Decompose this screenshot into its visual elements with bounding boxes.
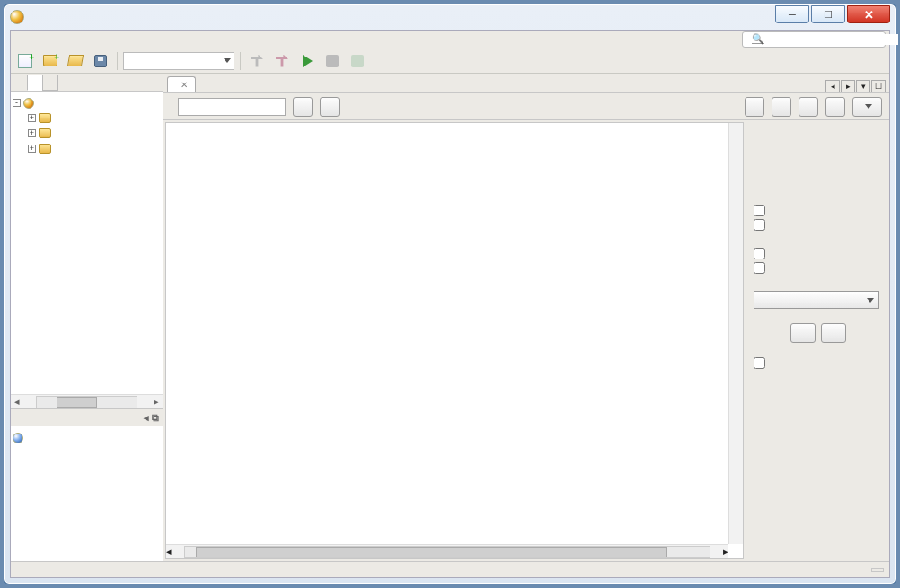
expand-toggle[interactable]: - <box>13 99 21 107</box>
config-combo[interactable] <box>123 52 234 70</box>
network-graph[interactable] <box>166 123 436 258</box>
show-activation-checkbox[interactable] <box>754 205 882 216</box>
hammer-broom-icon <box>276 55 288 67</box>
new-file-icon <box>18 54 32 68</box>
tree-node-test-sets[interactable]: + <box>13 141 161 156</box>
canvas-vscrollbar[interactable] <box>728 123 743 544</box>
save-all-button[interactable] <box>90 51 111 71</box>
menu-run[interactable] <box>52 38 63 41</box>
canvas-hscrollbar[interactable]: ◂▸ <box>166 544 728 558</box>
folder-icon <box>39 113 51 123</box>
editor-area: ✕ ◂ ▸ ▾ ☐ <box>163 74 889 561</box>
menu-file[interactable] <box>14 38 25 41</box>
play-icon <box>303 55 313 67</box>
navigator-header[interactable]: ◂ ⧉ <box>11 408 163 426</box>
new-project-button[interactable] <box>40 51 61 71</box>
expand-toggle[interactable]: + <box>28 145 36 153</box>
close-button[interactable]: ✕ <box>847 5 890 23</box>
weight-highlighting-checkbox[interactable] <box>754 248 882 259</box>
close-tab-icon[interactable]: ✕ <box>181 80 188 90</box>
train-button[interactable] <box>293 97 313 117</box>
insert-mode-indicator <box>871 568 884 572</box>
navigator-tree[interactable] <box>11 426 163 561</box>
profile-button[interactable] <box>347 51 368 71</box>
search-icon: 🔍 <box>746 31 770 47</box>
run-button[interactable] <box>296 51 318 71</box>
tab-tasks[interactable] <box>42 75 58 91</box>
chevron-down-icon <box>867 298 874 303</box>
toolbar <box>11 48 889 74</box>
new-file-button[interactable] <box>14 51 36 71</box>
zoom-out-button[interactable] <box>821 323 846 343</box>
nav-network[interactable] <box>13 430 161 445</box>
maximize-button[interactable]: ☐ <box>811 5 845 23</box>
open-button[interactable] <box>65 51 86 71</box>
menu-view[interactable] <box>40 38 50 41</box>
search-box[interactable]: 🔍 <box>742 31 886 48</box>
tab-files[interactable] <box>27 75 43 91</box>
randomize-button[interactable] <box>825 97 845 117</box>
save-icon <box>94 55 107 67</box>
open-icon <box>67 55 84 66</box>
menu-window[interactable] <box>90 38 101 41</box>
debug-icon <box>326 55 339 67</box>
editor-tabstrip: ✕ ◂ ▸ ▾ ☐ <box>163 74 889 93</box>
mouse-mode-select[interactable] <box>754 291 879 309</box>
tab-dropdown[interactable]: ▾ <box>856 80 870 92</box>
menu-tools[interactable] <box>77 38 88 41</box>
inspector-panel <box>746 120 889 561</box>
network-icon <box>13 433 23 443</box>
graph-view-button[interactable] <box>852 97 882 117</box>
projects-tree[interactable]: - + + + <box>11 92 163 394</box>
folder-icon <box>39 144 51 154</box>
project-icon <box>23 98 34 109</box>
test-button[interactable] <box>320 97 340 117</box>
expand-toggle[interactable]: + <box>28 114 36 122</box>
titlebar[interactable]: ─ ☐ ✕ <box>4 4 896 30</box>
calculate-button[interactable] <box>772 97 791 117</box>
tab-scroll-left[interactable]: ◂ <box>825 80 840 92</box>
projects-hscrollbar[interactable]: ◂▸ <box>11 394 163 408</box>
toolbar-separator <box>117 52 118 70</box>
clean-build-button[interactable] <box>271 51 293 71</box>
search-input[interactable] <box>773 34 898 45</box>
reset-button[interactable] <box>799 97 818 117</box>
build-button[interactable] <box>246 51 268 71</box>
network-canvas[interactable]: ◂▸ <box>165 122 744 559</box>
app-icon <box>10 10 24 24</box>
bold-text-checkbox[interactable] <box>754 357 882 369</box>
panel-menu-icon[interactable]: ◂ ⧉ <box>144 412 159 424</box>
projects-tabstrip <box>11 74 163 92</box>
tab-scroll-right[interactable]: ▸ <box>841 80 855 92</box>
menubar: 🔍 <box>11 31 889 48</box>
left-column: - + + + <box>11 74 163 561</box>
minimize-button[interactable]: ─ <box>775 5 809 23</box>
tree-node-neural-networks[interactable]: + <box>13 110 161 126</box>
menu-debug[interactable] <box>65 38 75 41</box>
editor-toolbar <box>163 93 889 120</box>
toolbar-separator <box>240 52 241 70</box>
application-window: ─ ☐ ✕ 🔍 <box>4 4 896 584</box>
debug-button[interactable] <box>322 51 343 71</box>
set-input-button[interactable] <box>745 97 764 117</box>
editor-tab[interactable]: ✕ <box>167 76 196 92</box>
expand-toggle[interactable]: + <box>28 129 36 137</box>
tree-node-training-sets[interactable]: + <box>13 126 161 141</box>
statusbar <box>11 561 889 577</box>
client-area: 🔍 <box>10 30 890 578</box>
tab-maximize[interactable]: ☐ <box>871 80 886 92</box>
profile-icon <box>351 55 364 67</box>
tree-root[interactable]: - <box>13 95 161 110</box>
show-weights-checkbox[interactable] <box>754 262 882 274</box>
editor-body: ◂▸ <box>163 120 889 561</box>
main-split: - + + + <box>11 74 889 561</box>
activation-size-checkbox[interactable] <box>754 219 882 231</box>
menu-edit[interactable] <box>27 38 38 41</box>
training-set-input[interactable] <box>178 98 286 116</box>
folder-icon <box>39 128 51 138</box>
menu-help[interactable] <box>102 38 113 41</box>
hammer-icon <box>251 55 263 67</box>
chevron-down-icon <box>224 58 231 63</box>
new-folder-icon <box>43 55 57 66</box>
zoom-in-button[interactable] <box>790 323 816 343</box>
